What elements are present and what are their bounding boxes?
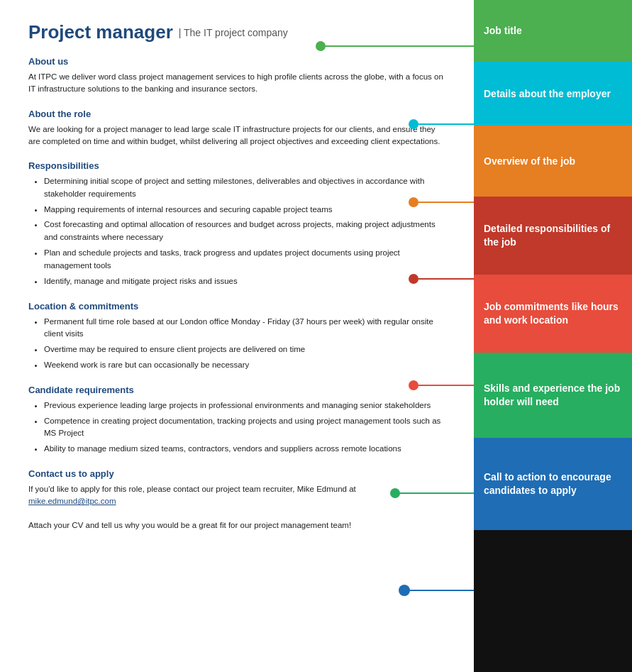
location-heading: Location & commitments [28,301,445,312]
annotation-job-title-label: Job title [484,24,522,38]
about-role-section: About the role We are looking for a proj… [28,109,445,148]
list-item: Permanent full time role based at our Lo… [44,316,445,341]
annotation-responsibilities: Detailed responsibilities of the job [474,197,632,275]
about-role-body: We are looking for a project manager to … [28,123,445,148]
list-item: Previous experience leading large projec… [44,400,445,412]
responsibilities-section: Responsibilities Determining initial sco… [28,160,445,288]
annotation-employer: Details about the employer [474,62,632,126]
location-section: Location & commitments Permanent full ti… [28,301,445,372]
document-panel: Project manager | The IT project company… [0,0,474,672]
responsibilities-heading: Responsibilities [28,160,445,171]
job-title-section: Project manager | The IT project company [28,21,445,43]
candidate-reqs-list: Previous experience leading large projec… [28,400,445,456]
about-us-heading: About us [28,56,445,67]
list-item: Weekend work is rare but can occasionall… [44,359,445,372]
annotation-job-title: Job title [474,0,632,62]
contact-intro: If you'd like to apply for this role, pl… [28,485,356,493]
list-item: Ability to manage medium sized teams, co… [44,443,445,456]
annotation-commitments: Job commitments like hours and work loca… [474,275,632,353]
annotation-cta-label: Call to action to encourage candidates t… [484,470,622,497]
annotation-skills-label: Skills and experience the job holder wil… [484,382,622,409]
annotation-cta: Call to action to encourage candidates t… [474,438,632,530]
list-item: Cost forecasting and optimal allocation … [44,219,445,244]
annotation-commitments-label: Job commitments like hours and work loca… [484,300,622,327]
responsibilities-list: Determining initial scope of project and… [28,175,445,288]
about-role-heading: About the role [28,109,445,119]
list-item: Determining initial scope of project and… [44,175,445,201]
annotation-panel: Job title Details about the employer Ove… [474,0,632,672]
annotation-skills: Skills and experience the job holder wil… [474,353,632,438]
contact-section: Contact us to apply If you'd like to app… [28,468,445,531]
list-item: Identify, manage and mitigate project ri… [44,275,445,288]
list-item: Overtime may be required to ensure clien… [44,343,445,356]
about-us-section: About us At ITPC we deliver word class p… [28,56,445,96]
about-us-body: At ITPC we deliver word class project ma… [28,71,445,96]
list-item: Mapping requirements of internal resourc… [44,204,445,216]
list-item: Plan and schedule projects and tasks, tr… [44,247,445,272]
annotation-employer-label: Details about the employer [484,87,611,101]
candidate-reqs-section: Candidate requirements Previous experien… [28,385,445,456]
annotation-overview-label: Overview of the job [484,155,575,168]
contact-body1: If you'd like to apply for this role, pl… [28,483,445,508]
job-title: Project manager [28,21,173,43]
contact-email[interactable]: mike.edmund@itpc.com [28,497,116,505]
contact-body2: Attach your CV and tell us why you would… [28,519,445,531]
location-list: Permanent full time role based at our Lo… [28,316,445,372]
company-name: | The IT project company [179,27,288,38]
page-wrapper: Project manager | The IT project company… [0,0,632,672]
list-item: Competence in creating project documenta… [44,415,445,441]
annotation-overview: Overview of the job [474,126,632,197]
annotation-responsibilities-label: Detailed responsibilities of the job [484,222,622,249]
contact-heading: Contact us to apply [28,468,445,479]
candidate-reqs-heading: Candidate requirements [28,385,445,395]
